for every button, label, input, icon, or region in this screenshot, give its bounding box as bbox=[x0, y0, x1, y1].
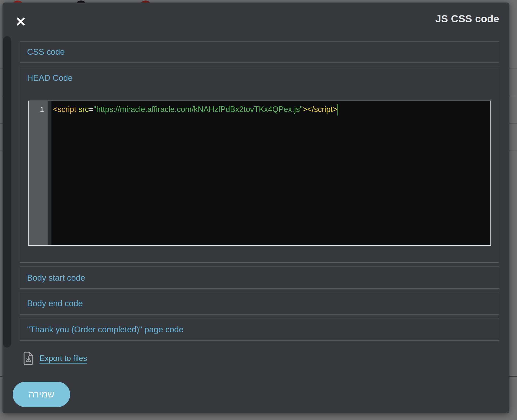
editor-gutter-strip bbox=[48, 101, 51, 245]
dialog-title: JS CSS code bbox=[435, 13, 499, 25]
export-row: Export to files bbox=[23, 352, 87, 365]
head-code-editor[interactable]: 1 <script src="https://miracle.affiracle… bbox=[28, 101, 491, 246]
section-css-code[interactable]: CSS code bbox=[20, 41, 499, 63]
section-head-code[interactable]: HEAD Code 1 <script src="https://miracle… bbox=[20, 67, 499, 263]
editor-code-area[interactable]: <script src="https://miracle.affiracle.c… bbox=[51, 101, 490, 245]
editor-gutter: 1 bbox=[29, 101, 48, 245]
save-button[interactable]: שמירה bbox=[13, 382, 70, 407]
code-line: <script src="https://miracle.affiracle.c… bbox=[53, 104, 490, 116]
section-body-start-code[interactable]: Body start code bbox=[20, 266, 499, 289]
background-page: JS CSS code CSS code HEAD Code 1 <script… bbox=[0, 0, 517, 420]
section-label-head: HEAD Code bbox=[20, 74, 499, 82]
export-file-icon bbox=[23, 352, 33, 365]
text-cursor bbox=[337, 104, 338, 116]
section-label-body-start: Body start code bbox=[20, 274, 85, 282]
section-label-css: CSS code bbox=[20, 48, 65, 56]
code-token-tag-open: <script bbox=[53, 105, 78, 114]
js-css-code-dialog: JS CSS code CSS code HEAD Code 1 <script… bbox=[3, 3, 509, 413]
line-number: 1 bbox=[40, 105, 44, 113]
export-to-files-link[interactable]: Export to files bbox=[39, 354, 87, 363]
code-token-string: "https://miracle.affiracle.com/kNAHzfPdB… bbox=[93, 105, 303, 114]
section-body-end-code[interactable]: Body end code bbox=[20, 292, 499, 315]
code-token-tag-close: ></script> bbox=[303, 105, 337, 114]
code-token-attr: src bbox=[78, 105, 89, 114]
scrollbar-thumb[interactable] bbox=[3, 36, 11, 348]
section-label-thank-you: "Thank you (Order completed)" page code bbox=[20, 325, 184, 334]
code-token-equals: = bbox=[89, 105, 93, 114]
section-thank-you-page-code[interactable]: "Thank you (Order completed)" page code bbox=[20, 318, 499, 341]
close-icon bbox=[16, 23, 25, 27]
close-button[interactable] bbox=[16, 17, 26, 27]
section-label-body-end: Body end code bbox=[20, 299, 83, 308]
